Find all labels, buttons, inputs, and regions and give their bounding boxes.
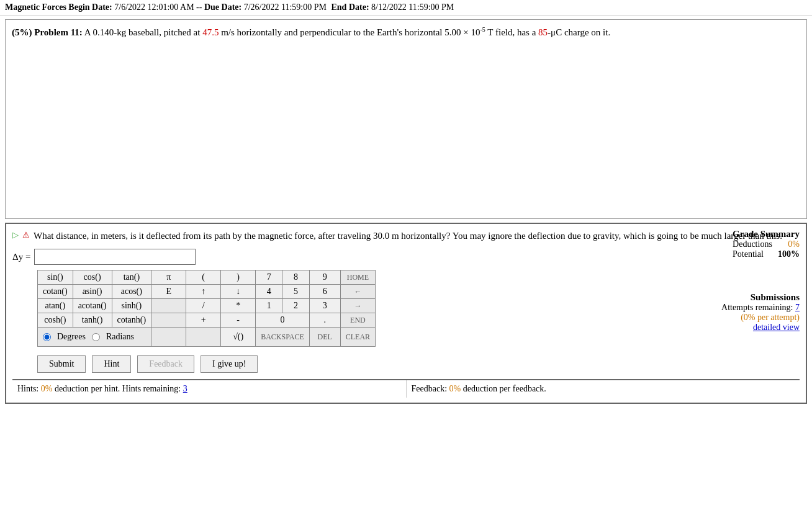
calc-5[interactable]: 5	[282, 285, 309, 299]
calc-atan[interactable]: atan()	[38, 299, 73, 313]
calc-2[interactable]: 2	[282, 299, 309, 313]
calc-lparen[interactable]: (	[186, 270, 221, 285]
problem-text-part3: T field, has a	[485, 27, 538, 37]
problem-text-part4: -μC charge on it.	[548, 27, 610, 37]
calc-sin[interactable]: sin()	[38, 270, 73, 285]
calc-row-2: cotan() asin() acos() E ↑ ↓ 4 5 6 ←	[38, 285, 376, 299]
question-text: What distance, in meters, is it deflecte…	[34, 229, 800, 243]
calc-plus[interactable]: +	[186, 313, 221, 328]
calc-multiply[interactable]: *	[221, 299, 256, 313]
calc-clear[interactable]: CLEAR	[340, 328, 375, 347]
calc-cotanh[interactable]: cotanh()	[112, 313, 151, 328]
header-separator: --	[196, 2, 204, 12]
grade-deductions-label: Deductions	[733, 239, 772, 249]
hints-col-right: Feedback: 0% deduction per feedback.	[407, 380, 800, 398]
calc-9[interactable]: 9	[309, 270, 340, 285]
calc-6[interactable]: 6	[309, 285, 340, 299]
calc-home[interactable]: HOME	[340, 270, 375, 285]
feedback-text: deduction per feedback.	[463, 384, 546, 393]
hint-button[interactable]: Hint	[92, 355, 131, 373]
calc-row-5: Degrees Radians √() BACKSPACE DEL CLEAR	[38, 328, 376, 347]
header-begin-date: 7/6/2022 12:01:00 AM	[114, 2, 194, 12]
radians-label: Radians	[106, 332, 134, 342]
calc-7[interactable]: 7	[256, 270, 282, 285]
calc-empty4	[186, 328, 221, 347]
calc-backspace[interactable]: BACKSPACE	[256, 328, 310, 347]
header-due-date: 7/26/2022 11:59:00 PM	[244, 2, 327, 12]
grade-potential-row: Potential 100%	[733, 249, 800, 259]
feedback-label: Feedback:	[412, 384, 448, 393]
action-buttons: Submit Hint Feedback I give up!	[37, 355, 800, 373]
calc-down[interactable]: ↓	[221, 285, 256, 299]
calc-up[interactable]: ↑	[186, 285, 221, 299]
calc-empty2	[151, 313, 186, 328]
calc-pi[interactable]: π	[151, 270, 186, 285]
problem-speed: 47.5	[202, 27, 219, 37]
answer-section: Grade Summary Deductions 0% Potential 10…	[5, 223, 807, 404]
calc-3[interactable]: 3	[309, 299, 340, 313]
question-row: ▷ ⚠ What distance, in meters, is it defl…	[12, 229, 800, 243]
submissions-attempts-label: Attempts remaining:	[721, 303, 793, 312]
problem-spacer	[12, 40, 800, 213]
radio-row: Degrees Radians	[43, 329, 146, 344]
calc-8[interactable]: 8	[282, 270, 309, 285]
play-icon: ▷	[12, 230, 19, 240]
problem-text-part1: A 0.140-kg baseball, pitched at	[84, 27, 202, 37]
calc-cotan[interactable]: cotan()	[38, 285, 73, 299]
calc-e[interactable]: E	[151, 285, 186, 299]
calculator-area: sin() cos() tan() π ( ) 7 8 9 HOME cotan…	[37, 270, 376, 347]
calc-end[interactable]: END	[340, 313, 375, 328]
delta-row: Δy =	[12, 249, 800, 265]
grade-deductions-row: Deductions 0%	[733, 239, 800, 249]
calc-right[interactable]: →	[340, 299, 375, 313]
calc-0[interactable]: 0	[256, 313, 310, 328]
calc-empty3	[151, 328, 186, 347]
delta-label: Δy =	[12, 252, 30, 262]
calc-row-3: atan() acotan() sinh() / * 1 2 3 →	[38, 299, 376, 313]
feedback-pct: 0%	[449, 384, 461, 393]
submissions-attempts-value[interactable]: 7	[795, 303, 800, 312]
radians-radio[interactable]	[92, 333, 100, 341]
calc-tan[interactable]: tan()	[112, 270, 151, 285]
submit-button[interactable]: Submit	[37, 355, 86, 373]
calc-del[interactable]: DEL	[309, 328, 340, 347]
calc-minus[interactable]: -	[221, 313, 256, 328]
calc-acos[interactable]: acos()	[112, 285, 151, 299]
header-bar: Magnetic Forces Begin Date: 7/6/2022 12:…	[0, 0, 812, 16]
give-up-button[interactable]: I give up!	[201, 355, 258, 373]
calc-rparen[interactable]: )	[221, 270, 256, 285]
submissions-detailed-link[interactable]: detailed view	[721, 323, 800, 332]
calc-cosh[interactable]: cosh()	[38, 313, 73, 328]
calc-sinh[interactable]: sinh()	[112, 299, 151, 313]
header-due-label: Due Date:	[204, 2, 241, 12]
calc-dot[interactable]: .	[309, 313, 340, 328]
problem-charge: 85	[538, 27, 548, 37]
grade-deductions-value: 0%	[788, 239, 800, 249]
hints-pct: 0%	[41, 384, 53, 393]
hints-remaining[interactable]: 3	[183, 384, 187, 393]
grade-potential-label: Potential	[733, 249, 764, 259]
hints-col-left: Hints: 0% deduction per hint. Hints rema…	[12, 380, 407, 398]
calc-acotan[interactable]: acotan()	[73, 299, 112, 313]
calc-1[interactable]: 1	[256, 299, 282, 313]
calc-sqrt[interactable]: √()	[221, 328, 256, 347]
calc-divide[interactable]: /	[186, 299, 221, 313]
header-end-date: 8/12/2022 11:59:00 PM	[371, 2, 454, 12]
calc-row-1: sin() cos() tan() π ( ) 7 8 9 HOME	[38, 270, 376, 285]
feedback-button[interactable]: Feedback	[137, 355, 194, 373]
calc-asin[interactable]: asin()	[73, 285, 112, 299]
calc-left[interactable]: ←	[340, 285, 375, 299]
problem-exponent: -5	[480, 26, 485, 33]
hints-bar: Hints: 0% deduction per hint. Hints rema…	[12, 379, 800, 398]
submissions-attempts-row: Attempts remaining: 7	[721, 303, 800, 313]
warning-icon: ⚠	[22, 230, 30, 240]
calc-4[interactable]: 4	[256, 285, 282, 299]
degrees-radio[interactable]	[43, 333, 51, 341]
problem-box: (5%) Problem 11: A 0.140-kg baseball, pi…	[5, 19, 807, 219]
header-end-label: End Date:	[331, 2, 369, 12]
delta-input[interactable]	[34, 249, 196, 265]
calculator-grid: sin() cos() tan() π ( ) 7 8 9 HOME cotan…	[37, 270, 376, 347]
calc-cos[interactable]: cos()	[73, 270, 112, 285]
calc-tanh[interactable]: tanh()	[73, 313, 112, 328]
problem-number: (5%) Problem 11:	[12, 27, 83, 37]
